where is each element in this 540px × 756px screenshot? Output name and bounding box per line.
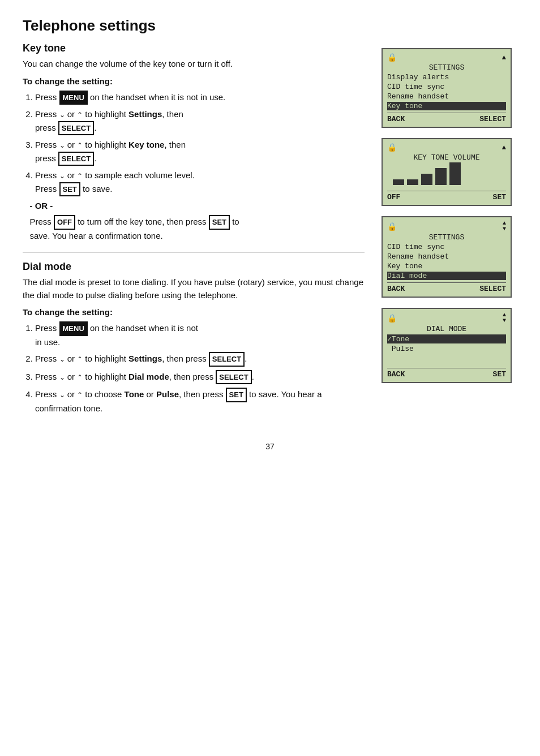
key-tone-title: Key tone (23, 42, 365, 54)
lcd-select-1: SELECT (479, 115, 506, 123)
down-arrow-icon6: ⌄ (59, 391, 65, 399)
lcd-top-bar-4: 🔒 ▲▼ (387, 312, 506, 324)
up-arrow-screen-1: ▲ (502, 54, 506, 62)
dial-mode-step-3: Press ⌄ or ⌃ to highlight Dial mode, the… (35, 370, 365, 385)
lcd-footer-4: BACK SET (387, 368, 506, 379)
lcd-top-bar-3: 🔒 ▲▼ (387, 221, 506, 232)
vol-bar-3 (435, 168, 447, 185)
lcd-footer-3: BACK SELECT (387, 282, 506, 293)
lcd-row-rename-handset-2: Rename handset (387, 252, 506, 261)
select-button-label2: SELECT (58, 152, 94, 166)
lcd-header-2: KEY TONE VOLUME (387, 153, 506, 162)
down-arrow-icon: ⌄ (59, 111, 65, 119)
lcd-row-dial-mode-highlighted: Dial mode (387, 272, 506, 280)
lcd-top-bar-2: 🔒 ▲ (387, 143, 506, 152)
lcd-select-3: SELECT (479, 285, 506, 293)
page-title: Telephone settings (23, 17, 517, 35)
key-tone-step-4: Press ⌄ or ⌃ to sample each volume level… (35, 169, 365, 196)
dial-mode-title: Dial mode (23, 261, 365, 273)
down-arrow-icon3: ⌄ (59, 172, 65, 180)
lcd-row-key-tone-2: Key tone (387, 262, 506, 270)
up-down-arrows-4: ▲▼ (503, 312, 506, 324)
lcd-set-4: SET (493, 370, 506, 379)
select-button-label3: SELECT (209, 352, 245, 367)
up-down-arrows-3: ▲▼ (503, 221, 506, 232)
dial-mode-step-4: Press ⌄ or ⌃ to choose Tone or Pulse, th… (35, 388, 365, 415)
menu-button-label2: MENU (59, 321, 88, 336)
lcd-footer-1: BACK SELECT (387, 113, 506, 123)
lock-icon-1: 🔒 (387, 53, 397, 62)
lock-icon-2: 🔒 (387, 143, 397, 152)
dial-mode-step-2: Press ⌄ or ⌃ to highlight Settings, then… (35, 352, 365, 367)
lcd-row-pulse: Pulse (387, 345, 506, 353)
page-number: 37 (23, 442, 517, 451)
dial-mode-to-change: To change the setting: (23, 307, 365, 317)
key-tone-step-3: Press ⌄ or ⌃ to highlight Key tone, then… (35, 139, 365, 166)
lcd-back-1: BACK (387, 115, 405, 123)
off-button-label: OFF (54, 215, 75, 230)
up-arrow-icon3: ⌃ (77, 172, 83, 180)
lcd-header-3: SETTINGS (387, 233, 506, 242)
lcd-row-cid-time-sync: CID time sync (387, 83, 506, 91)
select-button-label: SELECT (58, 121, 94, 136)
set-button-label3: SET (226, 388, 247, 402)
key-tone-step-1: Press MENU on the handset when it is not… (35, 91, 365, 105)
lcd-row-cid-time-sync-2: CID time sync (387, 243, 506, 251)
lcd-row-key-tone-highlighted: Key tone (387, 102, 506, 110)
vol-bar-1 (393, 179, 404, 185)
dial-mode-select-screen: 🔒 ▲▼ DIAL MODE ✓Tone Pulse BACK SET (382, 308, 512, 383)
key-tone-steps-list: Press MENU on the handset when it is not… (35, 91, 365, 197)
or-divider: - OR - (23, 201, 365, 211)
key-tone-description: You can change the volume of the key ton… (23, 58, 365, 71)
up-arrow-icon2: ⌃ (77, 141, 83, 149)
down-arrow-icon4: ⌄ (59, 355, 65, 363)
lcd-row-tone-highlighted: ✓Tone (387, 334, 506, 343)
vol-bar-2 (421, 174, 432, 185)
lcd-set-1: SET (493, 193, 506, 201)
left-content: Key tone You can change the volume of th… (23, 42, 365, 419)
right-screens: 🔒 ▲ SETTINGS Display alerts CID time syn… (382, 42, 517, 419)
lcd-row-rename-handset: Rename handset (387, 92, 506, 101)
settings-menu-keytone-screen: 🔒 ▲ SETTINGS Display alerts CID time syn… (382, 48, 512, 128)
up-arrow-icon4: ⌃ (77, 355, 83, 363)
down-arrow-icon5: ⌄ (59, 373, 65, 381)
lcd-spacer (387, 354, 506, 366)
lcd-row-display-alerts: Display alerts (387, 73, 506, 81)
set-button-label2: SET (209, 215, 230, 230)
section-divider (23, 252, 365, 253)
dial-mode-steps-list: Press MENU on the handset when it is not… (35, 321, 365, 415)
up-arrow-screen-2: ▲ (502, 144, 506, 152)
dial-mode-description: The dial mode is preset to tone dialing.… (23, 276, 365, 302)
lcd-footer-2: OFF SET (387, 191, 506, 201)
or-text: Press OFF to turn off the key tone, then… (23, 215, 365, 242)
vol-bar-4 (449, 162, 461, 185)
up-arrow-icon: ⌃ (77, 111, 83, 119)
down-arrow-icon2: ⌄ (59, 141, 65, 149)
lcd-top-bar-1: 🔒 ▲ (387, 53, 506, 62)
lock-icon-4: 🔒 (387, 313, 397, 323)
up-arrow-icon5: ⌃ (77, 373, 83, 381)
lcd-back-4: BACK (387, 370, 405, 379)
key-tone-volume-screen: 🔒 ▲ KEY TONE VOLUME OFF SET (382, 138, 512, 206)
key-tone-step-2: Press ⌄ or ⌃ to highlight Settings, then… (35, 108, 365, 135)
vol-bar-empty (407, 179, 418, 185)
up-arrow-icon6: ⌃ (77, 391, 83, 399)
lcd-header-1: SETTINGS (387, 63, 506, 72)
set-button-label: SET (59, 182, 80, 197)
volume-bars-container (387, 163, 506, 188)
settings-menu-dialmode-screen: 🔒 ▲▼ SETTINGS CID time sync Rename hands… (382, 216, 512, 298)
lcd-header-4: DIAL MODE (387, 325, 506, 333)
menu-button-label: MENU (59, 91, 88, 105)
lock-icon-3: 🔒 (387, 222, 397, 231)
key-tone-to-change: To change the setting: (23, 76, 365, 86)
lcd-off-1: OFF (387, 193, 400, 201)
dial-mode-step-1: Press MENU on the handset when it is not… (35, 321, 365, 349)
lcd-back-3: BACK (387, 285, 405, 293)
select-button-label4: SELECT (216, 370, 251, 385)
